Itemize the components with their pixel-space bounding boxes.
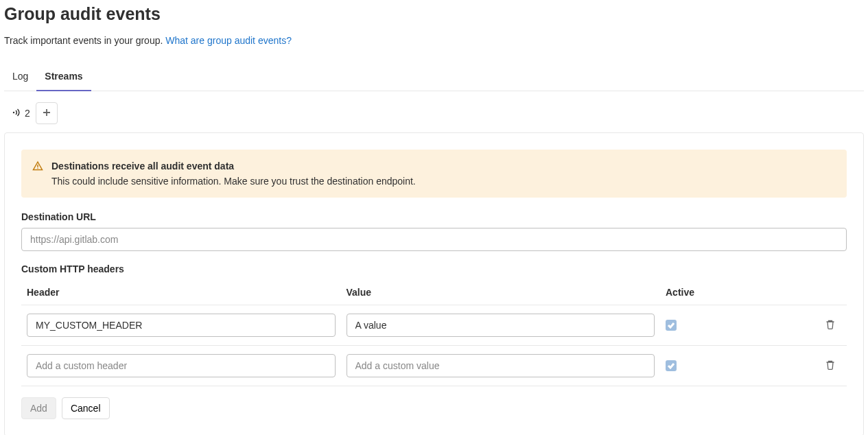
toolbar: 2	[11, 102, 864, 124]
table-row	[21, 346, 847, 386]
column-header-header: Header	[27, 287, 336, 298]
delete-header-button[interactable]	[822, 316, 838, 335]
plus-icon	[41, 107, 52, 120]
description-text: Track important events in your group.	[4, 35, 165, 46]
warning-icon	[32, 161, 43, 187]
page-title: Group audit events	[4, 4, 864, 24]
trash-icon	[825, 322, 836, 332]
column-header-value: Value	[347, 287, 655, 298]
delete-header-button[interactable]	[822, 357, 838, 375]
active-checkbox[interactable]	[666, 360, 677, 371]
check-icon	[668, 319, 675, 331]
tab-log[interactable]: Log	[4, 62, 36, 91]
cancel-button[interactable]: Cancel	[62, 397, 110, 419]
alert-text: This could include sensitive information…	[51, 176, 836, 187]
active-checkbox[interactable]	[666, 320, 677, 331]
stream-count: 2	[11, 107, 30, 120]
header-value-input[interactable]	[347, 314, 655, 337]
stream-icon	[11, 107, 22, 120]
custom-headers-label: Custom HTTP headers	[21, 263, 847, 274]
headers-table-head: Header Value Active	[21, 280, 847, 305]
add-stream-button[interactable]	[36, 102, 58, 124]
warning-alert: Destinations receive all audit event dat…	[21, 150, 847, 198]
svg-point-1	[37, 168, 38, 169]
stream-count-value: 2	[25, 108, 30, 119]
headers-table: Header Value Active	[21, 280, 847, 386]
stream-form-card: Destinations receive all audit event dat…	[4, 132, 864, 435]
page-description: Track important events in your group. Wh…	[4, 35, 864, 46]
learn-more-link[interactable]: What are group audit events?	[165, 35, 292, 46]
check-icon	[668, 360, 675, 372]
form-actions: Add Cancel	[21, 397, 847, 419]
header-value-input[interactable]	[347, 354, 655, 377]
svg-point-0	[13, 111, 14, 113]
destination-url-label: Destination URL	[21, 211, 847, 222]
destination-url-group: Destination URL	[21, 211, 847, 251]
tab-streams[interactable]: Streams	[36, 62, 91, 91]
alert-title: Destinations receive all audit event dat…	[51, 161, 836, 172]
header-name-input[interactable]	[27, 354, 336, 377]
custom-headers-group: Custom HTTP headers Header Value Active	[21, 263, 847, 386]
table-row	[21, 305, 847, 346]
add-button[interactable]: Add	[21, 397, 56, 419]
alert-body: Destinations receive all audit event dat…	[51, 161, 836, 187]
tabs: Log Streams	[4, 62, 864, 91]
column-header-active: Active	[666, 287, 789, 298]
destination-url-input[interactable]	[21, 228, 847, 251]
trash-icon	[825, 362, 836, 373]
header-name-input[interactable]	[27, 314, 336, 337]
